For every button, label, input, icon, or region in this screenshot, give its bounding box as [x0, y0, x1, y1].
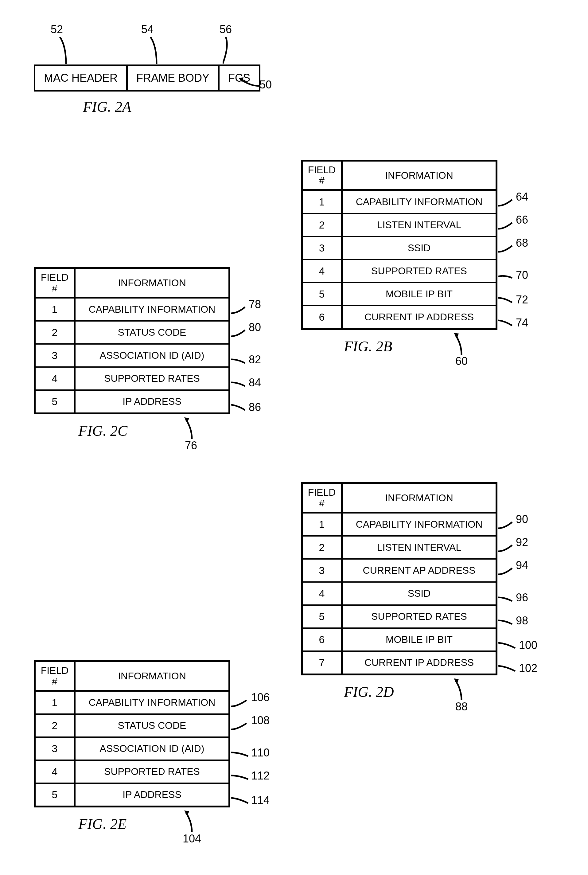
fig2b-row2-num: 2 — [303, 214, 343, 236]
fig2d-row3-info: CURRENT AP ADDRESS — [343, 560, 496, 581]
leader-c-r4 — [231, 376, 250, 389]
ref-104: 104 — [183, 832, 201, 845]
fig2d-row1-info: CAPABILITY INFORMATION — [343, 513, 496, 535]
leader-d-r3 — [498, 567, 517, 579]
fig2c-row2-info: STATUS CODE — [75, 321, 228, 344]
ref-94: 94 — [516, 559, 528, 572]
leader-d-r7 — [498, 660, 520, 672]
ref-96: 96 — [516, 591, 528, 604]
leader-e-r1 — [231, 699, 253, 711]
field-label: FIELD — [308, 165, 336, 176]
leader-c-r1 — [231, 306, 250, 318]
fig2d-row1-num: 1 — [303, 513, 343, 535]
fig2c-row3-info: ASSOCIATION ID (AID) — [75, 345, 228, 366]
fig2c-row1-num: 1 — [36, 299, 75, 320]
fig2e-row5-info: IP ADDRESS — [75, 784, 228, 806]
leader-d-bottom — [454, 677, 476, 702]
ref-70: 70 — [516, 269, 528, 282]
leader-c-r5 — [231, 399, 250, 411]
fig2e-row1-info: CAPABILITY INFORMATION — [75, 692, 228, 713]
ref-64: 64 — [516, 191, 528, 203]
field-label: FIELD — [308, 487, 336, 498]
ref-106: 106 — [251, 691, 270, 704]
fig2d-row6-num: 6 — [303, 629, 343, 650]
ref-90: 90 — [516, 513, 528, 526]
fig2d-row4-info: SSID — [343, 582, 496, 605]
leader-50 — [238, 74, 262, 89]
leader-d-r4 — [498, 591, 517, 603]
field-label: FIELD — [41, 272, 69, 283]
leader-e-bottom — [184, 809, 206, 834]
leader-b-bottom — [454, 332, 476, 356]
field-label: FIELD — [41, 665, 69, 676]
fig2b-row3-info: SSID — [343, 237, 496, 259]
fig2e-row5-num: 5 — [36, 784, 75, 806]
leader-d-r2 — [498, 543, 517, 556]
leader-d-r6 — [498, 637, 520, 650]
leader-e-r3 — [231, 746, 253, 759]
ref-92: 92 — [516, 536, 528, 549]
fig2c-header-info: INFORMATION — [75, 269, 228, 297]
ref-56: 56 — [219, 23, 232, 36]
leader-e-r5 — [231, 792, 253, 804]
ref-98: 98 — [516, 614, 528, 627]
ref-114: 114 — [251, 794, 270, 807]
fig2e-row4-info: SUPPORTED RATES — [75, 761, 228, 783]
leader-b-r2 — [498, 221, 517, 233]
leader-b-r3 — [498, 244, 517, 257]
fig2b-row1-num: 1 — [303, 191, 343, 213]
ref-88: 88 — [455, 700, 468, 713]
fig2b-row4-info: SUPPORTED RATES — [343, 260, 496, 282]
ref-54: 54 — [141, 23, 153, 36]
ref-50: 50 — [260, 78, 272, 91]
fig2e-table: FIELD # INFORMATION 1CAPABILITY INFORMAT… — [34, 660, 230, 807]
ref-66: 66 — [516, 213, 528, 227]
fig2b-row5-info: MOBILE IP BIT — [343, 283, 496, 305]
fig2e-row3-num: 3 — [36, 738, 75, 759]
fig2e-header-field: FIELD # — [36, 662, 75, 690]
fig2c-row5-num: 5 — [36, 391, 75, 413]
fig2b-row3-num: 3 — [303, 237, 343, 259]
ref-110: 110 — [251, 746, 270, 759]
fig2c-row4-info: SUPPORTED RATES — [75, 368, 228, 389]
ref-100: 100 — [519, 639, 537, 652]
fig2c-row1-info: CAPABILITY INFORMATION — [75, 299, 228, 320]
ref-82: 82 — [249, 353, 261, 366]
leader-b-r5 — [498, 292, 517, 304]
fig2c-header-field: FIELD # — [36, 269, 75, 297]
ref-86: 86 — [249, 401, 261, 414]
leader-e-r4 — [231, 769, 253, 782]
fig2b-row6-num: 6 — [303, 306, 343, 328]
fig2e-row3-info: ASSOCIATION ID (AID) — [75, 738, 228, 759]
ref-68: 68 — [516, 237, 528, 249]
fig2b-row1-info: CAPABILITY INFORMATION — [343, 191, 496, 213]
ref-74: 74 — [516, 316, 528, 329]
ref-72: 72 — [516, 293, 528, 306]
leader-b-r6 — [498, 315, 517, 327]
fig2b-header-info: INFORMATION — [343, 162, 496, 189]
field-hash: # — [52, 676, 57, 687]
ref-78: 78 — [249, 298, 261, 311]
fig2e-row2-num: 2 — [36, 715, 75, 737]
fig2b-row5-num: 5 — [303, 283, 343, 305]
fig2d-header-info: INFORMATION — [343, 484, 496, 512]
fig2c-row2-num: 2 — [36, 321, 75, 344]
fig2e-row1-num: 1 — [36, 692, 75, 713]
leader-c-bottom — [184, 416, 206, 441]
leader-52 — [57, 37, 75, 65]
fig2d-row5-info: SUPPORTED RATES — [343, 606, 496, 627]
field-hash: # — [319, 176, 324, 186]
ref-112: 112 — [251, 769, 270, 782]
leader-54 — [147, 37, 166, 65]
leader-c-r2 — [231, 329, 250, 341]
fig2a-frame-body: FRAME BODY — [128, 66, 219, 90]
fig2c-caption: FIG. 2C — [78, 422, 128, 439]
fig2d-header-field: FIELD # — [303, 484, 343, 512]
diagram-canvas: 52 54 56 MAC HEADER FRAME BODY FCS 50 FI… — [12, 12, 576, 863]
fig2b-header-field: FIELD # — [303, 162, 343, 189]
ref-76: 76 — [185, 439, 197, 452]
fig2c-row4-num: 4 — [36, 368, 75, 389]
fig2d-caption: FIG. 2D — [344, 683, 394, 700]
ref-80: 80 — [249, 321, 261, 334]
fig2d-row4-num: 4 — [303, 582, 343, 605]
